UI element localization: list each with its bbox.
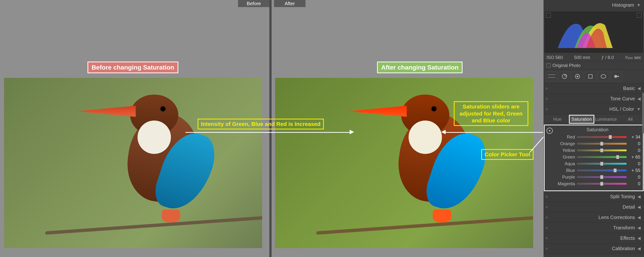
annotation-sliders: Saturation sliders are adjusted for Red,… bbox=[454, 101, 528, 126]
svg-point-5 bbox=[576, 76, 578, 77]
calibration-header[interactable]: Calibration◀ bbox=[544, 244, 644, 254]
exif-aperture: ƒ / 8.0 bbox=[601, 55, 614, 60]
hsl-saturation-body: Saturation Red+ 34Orange0Yellow0Green+ 6… bbox=[545, 125, 643, 190]
exif-shutter: ¹⁄₅₀₀ sec bbox=[625, 55, 641, 60]
basic-header[interactable]: Basic◀ bbox=[544, 83, 644, 94]
before-tab[interactable]: Before bbox=[238, 0, 270, 7]
slider-value: + 55 bbox=[628, 168, 640, 173]
slider-value: 0 bbox=[628, 148, 640, 153]
exif-iso: ISO 560 bbox=[546, 55, 563, 60]
badge-after: After changing Saturation bbox=[377, 62, 462, 73]
arrow-intensity bbox=[186, 132, 350, 133]
original-photo-row[interactable]: Original Photo bbox=[544, 62, 644, 70]
chevron-left-icon: ◀ bbox=[638, 96, 641, 101]
slider-thumb[interactable] bbox=[600, 175, 604, 179]
slider-label: Yellow bbox=[555, 148, 575, 153]
hsl-tab-hue[interactable]: Hue bbox=[546, 116, 569, 123]
slider-track[interactable] bbox=[577, 176, 626, 178]
slider-label: Orange bbox=[555, 141, 575, 146]
slider-track[interactable] bbox=[577, 170, 626, 171]
compare-topbar: Before After bbox=[0, 0, 544, 7]
slider-thumb[interactable] bbox=[600, 142, 604, 146]
slider-value: + 65 bbox=[628, 154, 640, 160]
slider-purple[interactable]: Purple0 bbox=[555, 174, 640, 180]
slider-label: Green bbox=[555, 154, 575, 160]
slider-label: Blue bbox=[555, 168, 575, 173]
slider-value: + 34 bbox=[628, 134, 640, 140]
spot-tool-icon[interactable] bbox=[559, 72, 570, 81]
effects-header[interactable]: Effects◀ bbox=[544, 233, 644, 244]
brush-tool-icon[interactable] bbox=[611, 72, 622, 81]
radial-tool-icon[interactable] bbox=[598, 72, 609, 81]
arrow-sliders-head bbox=[441, 130, 446, 134]
hsl-tab-saturation[interactable]: Saturation bbox=[570, 116, 594, 123]
slider-blue[interactable]: Blue+ 55 bbox=[555, 167, 640, 174]
hsl-body-title: Saturation bbox=[555, 127, 640, 132]
checkbox-icon[interactable] bbox=[546, 64, 550, 68]
chevron-left-icon: ◀ bbox=[638, 215, 641, 220]
tool-strip bbox=[544, 70, 644, 83]
slider-thumb[interactable] bbox=[600, 182, 604, 186]
hsl-tabs: Hue Saturation Luminance All bbox=[544, 114, 644, 124]
annotation-intensity: Intensity of Green, Blue and Red is Incr… bbox=[198, 119, 324, 130]
slider-track[interactable] bbox=[577, 150, 626, 151]
redeye-tool-icon[interactable] bbox=[572, 72, 583, 81]
panel-scrollbar[interactable] bbox=[642, 93, 644, 134]
slider-track[interactable] bbox=[577, 183, 626, 185]
histogram[interactable] bbox=[545, 12, 643, 53]
slider-green[interactable]: Green+ 65 bbox=[555, 154, 640, 160]
slider-thumb[interactable] bbox=[616, 155, 619, 159]
gradient-tool-icon[interactable] bbox=[585, 72, 596, 81]
hsl-tab-all[interactable]: All bbox=[618, 116, 642, 123]
histogram-label: Histogram bbox=[612, 2, 634, 8]
slider-thumb[interactable] bbox=[614, 168, 617, 172]
svg-rect-9 bbox=[617, 76, 619, 77]
svg-point-7 bbox=[601, 74, 606, 78]
slider-value: 0 bbox=[628, 181, 640, 186]
slider-track[interactable] bbox=[577, 143, 626, 145]
slider-label: Red bbox=[555, 134, 575, 140]
slider-thumb[interactable] bbox=[600, 162, 604, 166]
slider-value: 0 bbox=[628, 174, 640, 180]
chevron-down-icon: ▼ bbox=[636, 3, 641, 8]
crop-tool-icon[interactable] bbox=[546, 72, 557, 81]
slider-label: Purple bbox=[555, 174, 575, 180]
tone-curve-header[interactable]: Tone Curve◀ bbox=[544, 94, 644, 104]
slider-track[interactable] bbox=[577, 163, 626, 165]
hsl-tab-luminance[interactable]: Luminance bbox=[594, 116, 618, 123]
lens-corrections-header[interactable]: Lens Corrections◀ bbox=[544, 212, 644, 223]
exif-focal: 500 mm bbox=[574, 55, 590, 60]
develop-panel: Histogram ▼ ISO 560 500 mm ƒ / 8.0 ¹⁄₅₀₀… bbox=[544, 0, 644, 257]
slider-value: 0 bbox=[628, 161, 640, 166]
target-adjust-icon[interactable] bbox=[546, 128, 553, 134]
svg-rect-6 bbox=[588, 74, 592, 78]
chevron-left-icon: ◀ bbox=[638, 194, 641, 199]
arrow-intensity-head bbox=[350, 130, 354, 134]
slider-magenta[interactable]: Magenta0 bbox=[555, 180, 640, 187]
slider-red[interactable]: Red+ 34 bbox=[555, 134, 640, 140]
chevron-left-icon: ◀ bbox=[638, 205, 641, 210]
slider-track[interactable] bbox=[577, 136, 626, 138]
after-tab[interactable]: After bbox=[274, 0, 306, 7]
split-toning-header[interactable]: Split Toning◀ bbox=[544, 192, 644, 202]
slider-track[interactable] bbox=[577, 156, 626, 158]
slider-orange[interactable]: Orange0 bbox=[555, 140, 640, 147]
slider-thumb[interactable] bbox=[608, 135, 612, 139]
chevron-left-icon: ◀ bbox=[638, 226, 641, 230]
slider-thumb[interactable] bbox=[600, 148, 604, 152]
detail-header[interactable]: Detail◀ bbox=[544, 202, 644, 212]
compare-viewer: Before After Before changing Saturation … bbox=[0, 0, 544, 257]
svg-point-8 bbox=[614, 75, 617, 78]
transform-header[interactable]: Transform◀ bbox=[544, 223, 644, 233]
exif-row: ISO 560 500 mm ƒ / 8.0 ¹⁄₅₀₀ sec bbox=[544, 54, 644, 62]
before-photo[interactable] bbox=[4, 78, 262, 248]
chevron-left-icon: ◀ bbox=[638, 246, 641, 251]
histogram-header[interactable]: Histogram ▼ bbox=[544, 0, 644, 10]
chevron-down-icon: ▼ bbox=[636, 107, 641, 112]
slider-yellow[interactable]: Yellow0 bbox=[555, 147, 640, 154]
chevron-left-icon: ◀ bbox=[638, 236, 641, 241]
hsl-header[interactable]: HSL / Color▼ bbox=[544, 104, 644, 114]
chevron-left-icon: ◀ bbox=[638, 86, 641, 91]
slider-aqua[interactable]: Aqua0 bbox=[555, 160, 640, 167]
arrow-picker bbox=[482, 128, 549, 158]
